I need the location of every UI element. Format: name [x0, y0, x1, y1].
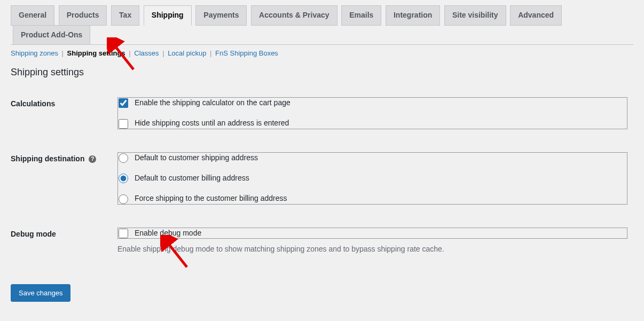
shipping-subnav: Shipping zones | Shipping settings | Cla… [11, 49, 633, 57]
calculations-label: Calculations [11, 93, 117, 134]
enable-calculator-label: Enable the shipping calculator on the ca… [135, 98, 290, 107]
calculations-fieldset: Enable the shipping calculator on the ca… [117, 97, 628, 130]
subnav-shipping-zones[interactable]: Shipping zones [11, 49, 58, 57]
dest-shipping-option[interactable]: Default to customer shipping address [119, 153, 627, 163]
tab-tax[interactable]: Tax [111, 5, 139, 26]
enable-debug-option[interactable]: Enable debug mode [119, 229, 627, 238]
hide-costs-option[interactable]: Hide shipping costs until an address is … [119, 119, 627, 128]
subnav-local-pickup[interactable]: Local pickup [168, 49, 206, 57]
debug-description: Enable shipping debug mode to show match… [117, 245, 628, 253]
tab-products[interactable]: Products [59, 5, 107, 26]
tab-advanced[interactable]: Advanced [510, 5, 562, 26]
enable-debug-label: Enable debug mode [135, 229, 201, 237]
enable-calculator-option[interactable]: Enable the shipping calculator on the ca… [119, 98, 627, 108]
dest-force-billing-option[interactable]: Force shipping to the customer billing a… [119, 194, 627, 203]
dest-shipping-radio[interactable] [119, 153, 128, 163]
tab-integration[interactable]: Integration [386, 5, 440, 26]
enable-debug-checkbox[interactable] [119, 229, 128, 238]
dest-shipping-label: Default to customer shipping address [135, 153, 258, 162]
tab-payments[interactable]: Payments [195, 5, 247, 26]
tab-accounts-privacy[interactable]: Accounts & Privacy [251, 5, 337, 26]
hide-costs-label: Hide shipping costs until an address is … [135, 119, 289, 127]
subnav-classes[interactable]: Classes [134, 49, 159, 57]
dest-billing-label: Default to customer billing address [135, 174, 249, 182]
subnav-shipping-settings[interactable]: Shipping settings [67, 49, 125, 57]
save-changes-button[interactable]: Save changes [11, 284, 70, 302]
debug-label: Debug mode [11, 223, 117, 257]
separator: | [162, 49, 164, 57]
hide-costs-checkbox[interactable] [119, 119, 128, 129]
subnav-fns-shipping-boxes[interactable]: FnS Shipping Boxes [215, 49, 278, 57]
dest-billing-radio[interactable] [119, 174, 128, 183]
tab-product-add-ons[interactable]: Product Add-Ons [13, 25, 90, 45]
tab-general[interactable]: General [11, 5, 54, 26]
enable-calculator-checkbox[interactable] [119, 98, 128, 108]
destination-label: Shipping destination [11, 154, 84, 163]
tab-shipping[interactable]: Shipping [144, 5, 192, 26]
dest-force-billing-label: Force shipping to the customer billing a… [135, 194, 287, 202]
help-icon[interactable]: ? [89, 155, 96, 163]
separator: | [62, 49, 64, 57]
separator: | [129, 49, 130, 57]
settings-tabs: General Products Tax Shipping Payments A… [11, 5, 633, 45]
dest-billing-option[interactable]: Default to customer billing address [119, 174, 627, 183]
debug-fieldset: Enable debug mode [117, 228, 628, 239]
tab-emails[interactable]: Emails [341, 5, 381, 26]
page-title: Shipping settings [11, 67, 633, 78]
destination-fieldset: Default to customer shipping address Def… [117, 152, 628, 205]
tab-site-visibility[interactable]: Site visibility [444, 5, 506, 26]
dest-force-billing-radio[interactable] [119, 194, 128, 204]
separator: | [210, 49, 211, 57]
